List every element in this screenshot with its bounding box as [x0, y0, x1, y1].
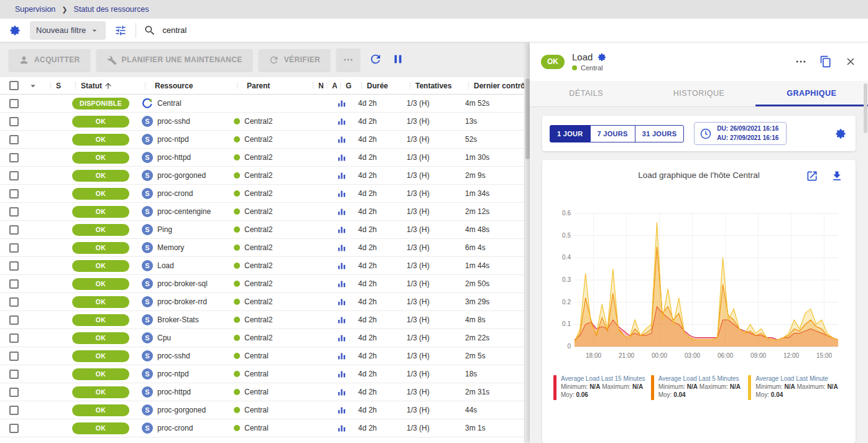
graph-icon[interactable] — [337, 207, 346, 217]
column-header-ressource[interactable]: ⋮Ressource — [142, 82, 234, 90]
drag-handle-icon[interactable]: ⋮ — [323, 82, 330, 90]
check-button[interactable]: VÉRIFIER — [259, 49, 331, 71]
search-input[interactable] — [162, 26, 862, 35]
resource-name[interactable]: proc-sshd — [157, 117, 190, 126]
resource-name[interactable]: proc-crond — [157, 424, 193, 432]
resource-name[interactable]: Cpu — [157, 333, 171, 342]
resource-name[interactable]: proc-centengine — [157, 207, 211, 216]
row-checkbox[interactable] — [9, 370, 19, 379]
legend-item-1min[interactable]: Average Load Last Minute Minimum: N/A Ma… — [748, 375, 846, 400]
graph-icon[interactable] — [337, 333, 346, 343]
breadcrumb-page[interactable]: Statut des ressources — [74, 5, 149, 14]
drag-handle-icon[interactable]: ⋮ — [465, 82, 472, 90]
legend-item-15min[interactable]: Average Load Last 15 Minutes Minimum: N/… — [553, 375, 651, 400]
row-checkbox[interactable] — [9, 279, 19, 289]
row-checkbox[interactable] — [9, 297, 19, 307]
export-graph-button[interactable] — [829, 169, 844, 184]
tab-historique[interactable]: HISTORIQUE — [642, 81, 755, 106]
graph-icon[interactable] — [337, 135, 346, 144]
resource-name[interactable]: Memory — [157, 243, 184, 252]
pause-auto-refresh-button[interactable] — [391, 52, 405, 68]
panel-scrollbar-thumb[interactable] — [864, 83, 867, 133]
open-graph-button[interactable] — [805, 169, 820, 184]
row-checkbox[interactable] — [9, 406, 19, 415]
more-actions-button[interactable] — [336, 49, 360, 71]
column-header-parent[interactable]: ⋮Parent — [234, 82, 310, 90]
chart-area[interactable]: 00.10.20.30.40.50.618:0021:0000:0003:000… — [552, 207, 846, 365]
drag-handle-icon[interactable]: ⋮ — [72, 82, 79, 90]
column-header-a[interactable]: ⋮A — [323, 82, 337, 90]
graph-icon[interactable] — [337, 153, 346, 162]
resource-name[interactable]: proc-gorgoned — [157, 406, 206, 414]
breadcrumb-supervision[interactable]: Supervision — [15, 5, 55, 14]
column-header-dur-e[interactable]: ⋮Durée — [358, 82, 407, 90]
range-31-days-button[interactable]: 31 JOURS — [635, 125, 685, 142]
graph-icon[interactable] — [337, 225, 346, 235]
row-checkbox[interactable] — [9, 189, 19, 198]
filter-settings-gear-button[interactable] — [7, 23, 22, 38]
resource-name[interactable]: proc-httpd — [157, 153, 191, 162]
graph-icon[interactable] — [337, 117, 346, 126]
row-checkbox[interactable] — [9, 171, 19, 180]
column-header-g[interactable]: ⋮G — [337, 82, 358, 90]
graph-settings-button[interactable] — [833, 126, 848, 141]
legend-item-5min[interactable]: Average Load Last 5 Minutes Minimum: N/A… — [651, 375, 749, 400]
gear-icon[interactable] — [597, 52, 607, 62]
resource-name[interactable]: proc-broker-rrd — [157, 297, 207, 306]
graph-icon[interactable] — [337, 243, 346, 253]
refresh-button[interactable] — [369, 52, 382, 68]
graph-icon[interactable] — [337, 370, 346, 379]
row-checkbox[interactable] — [9, 388, 19, 397]
graph-icon[interactable] — [337, 297, 346, 307]
close-panel-button[interactable] — [843, 54, 858, 69]
row-checkbox[interactable] — [9, 99, 19, 108]
row-checkbox[interactable] — [9, 243, 19, 253]
row-checkbox[interactable] — [9, 153, 19, 162]
graph-icon[interactable] — [337, 279, 346, 289]
custom-date-range-button[interactable]: DU: 26/09/2021 16:16 AU: 27/09/2021 16:1… — [694, 122, 787, 145]
copy-link-button[interactable] — [818, 54, 833, 69]
drag-handle-icon[interactable]: ⋮ — [310, 82, 316, 90]
row-checkbox[interactable] — [9, 352, 19, 361]
table-scrollbar[interactable] — [524, 77, 530, 443]
row-checkbox[interactable] — [9, 315, 19, 325]
graph-icon[interactable] — [337, 171, 346, 180]
resource-name[interactable]: Broker-Stats — [157, 315, 199, 324]
resource-name[interactable]: Central — [157, 99, 182, 108]
drag-handle-icon[interactable]: ⋮ — [407, 82, 413, 90]
row-checkbox[interactable] — [9, 261, 19, 271]
select-all-checkbox[interactable] — [9, 81, 19, 90]
plan-maintenance-button[interactable]: PLANIFIER UNE MAINTENANCE — [96, 49, 252, 71]
row-checkbox[interactable] — [9, 424, 19, 433]
resource-name[interactable]: proc-crond — [157, 189, 193, 198]
graph-icon[interactable] — [337, 99, 346, 108]
row-checkbox[interactable] — [9, 225, 19, 235]
resource-name[interactable]: proc-ntpd — [157, 135, 189, 144]
graph-icon[interactable] — [337, 388, 346, 397]
graph-icon[interactable] — [337, 424, 346, 433]
column-header-statut[interactable]: ⋮Statut — [72, 82, 142, 90]
column-header-tentatives[interactable]: ⋮Tentatives — [407, 82, 465, 90]
resource-name[interactable]: proc-gorgoned — [157, 171, 206, 180]
acknowledge-button[interactable]: ACQUITTER — [9, 49, 90, 71]
drag-handle-icon[interactable]: ⋮ — [337, 82, 344, 90]
graph-icon[interactable] — [337, 261, 346, 271]
tab-details[interactable]: DÉTAILS — [530, 81, 642, 106]
panel-more-button[interactable] — [793, 54, 808, 69]
range-1-day-button[interactable]: 1 JOUR — [550, 125, 591, 142]
selection-menu-caret[interactable] — [27, 80, 44, 91]
column-header-n[interactable]: ⋮N — [310, 82, 323, 90]
drag-handle-icon[interactable]: ⋮ — [47, 82, 54, 90]
resource-name[interactable]: proc-ntpd — [157, 370, 189, 378]
resource-name[interactable]: proc-broker-sql — [157, 279, 208, 288]
table-scrollbar-thumb[interactable] — [525, 78, 530, 159]
column-header-s[interactable]: ⋮S — [44, 82, 72, 90]
drag-handle-icon[interactable]: ⋮ — [234, 82, 241, 90]
tab-graphique[interactable]: GRAPHIQUE — [755, 81, 868, 106]
resource-name[interactable]: proc-httpd — [157, 388, 191, 396]
row-checkbox[interactable] — [9, 135, 19, 144]
new-filter-dropdown[interactable]: Nouveau filtre — [30, 21, 106, 40]
graph-icon[interactable] — [337, 189, 346, 198]
graph-icon[interactable] — [337, 352, 346, 361]
resource-name[interactable]: Ping — [157, 225, 172, 234]
